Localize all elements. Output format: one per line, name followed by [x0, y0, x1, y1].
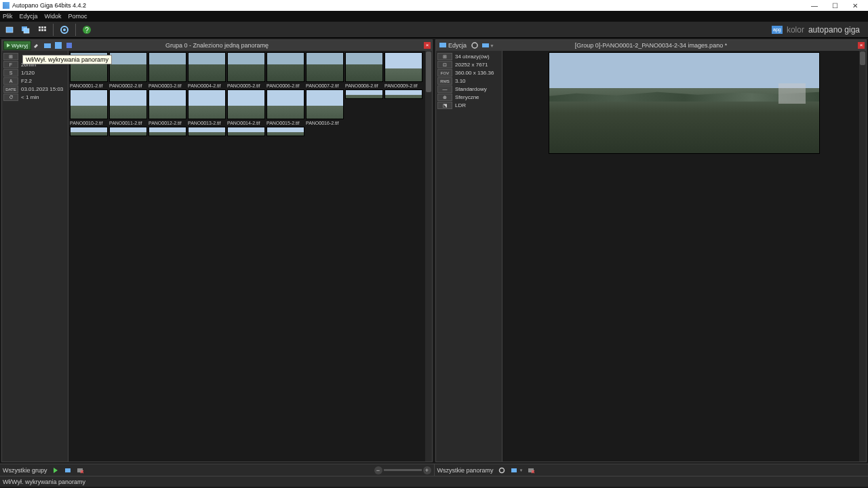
- thumbnail[interactable]: PANO0007-2.tif: [306, 52, 344, 88]
- panorama-preview-image[interactable]: [549, 52, 820, 154]
- thumbnail[interactable]: [384, 89, 422, 125]
- thumbnail[interactable]: PANO0006-2.tif: [267, 52, 304, 88]
- edit-icon-button[interactable]: [438, 41, 448, 50]
- dropdown-icon[interactable]: ▼: [490, 43, 494, 48]
- panorama-close-button[interactable]: ×: [858, 42, 865, 49]
- footer-right: Wszystkie panoramy ▼: [435, 464, 869, 476]
- grid-view-button[interactable]: [35, 23, 49, 37]
- footer-delete2-button[interactable]: [527, 466, 535, 474]
- brand-logo-icon: apg: [772, 26, 783, 34]
- thumbnail[interactable]: [345, 89, 383, 125]
- render-icon: [481, 41, 490, 49]
- thumbnail-label: PANO0010-2.tif: [70, 121, 108, 125]
- svg-rect-18: [482, 43, 489, 47]
- wrench-icon: [33, 41, 41, 49]
- render-icon: [511, 467, 517, 474]
- pmeta-ldr-val: LDR: [455, 102, 466, 108]
- dropdown-icon[interactable]: ▼: [519, 468, 524, 472]
- help-button[interactable]: ?: [80, 23, 94, 37]
- zoom-out-button[interactable]: −: [374, 466, 382, 474]
- render-button[interactable]: [481, 41, 490, 50]
- menu-view[interactable]: Widok: [45, 13, 62, 20]
- menu-file[interactable]: Plik: [3, 13, 13, 20]
- thumbnail[interactable]: [149, 127, 186, 136]
- pmeta-dim-label: ⊡: [437, 61, 452, 68]
- footer-render2-button[interactable]: [510, 466, 518, 474]
- group-metadata-sidebar: ⊞ F26mm S1/120 AF2.2 DATE03.01.2023 15:0…: [2, 51, 68, 462]
- thumbnail[interactable]: PANO0003-2.tif: [149, 52, 186, 88]
- thumbnail[interactable]: PANO0008-2.tif: [345, 52, 383, 88]
- thumbnail[interactable]: PANO0009-2.tif: [384, 52, 422, 88]
- thumbnail[interactable]: [70, 127, 108, 136]
- edit-label[interactable]: Edycja: [448, 42, 467, 49]
- footer-play-button[interactable]: [52, 466, 60, 474]
- group-close-button[interactable]: ×: [424, 42, 431, 49]
- svg-rect-15: [66, 43, 72, 48]
- footer-delete-button[interactable]: [76, 466, 84, 474]
- thumbnail[interactable]: PANO0004-2.tif: [188, 52, 226, 88]
- thumbnail[interactable]: PANO0014-2.tif: [227, 89, 265, 125]
- svg-rect-5: [44, 26, 46, 28]
- svg-rect-16: [439, 43, 446, 47]
- statusbar-text: Wł/Wył. wykrywania panoramy: [3, 479, 85, 485]
- group-panel-header: Wykryj Grupa 0 - Znaleziono jedną panora…: [2, 40, 432, 51]
- save-button[interactable]: [54, 41, 63, 50]
- thumbnail[interactable]: PANO0012-2.tif: [149, 89, 186, 125]
- menu-edit[interactable]: Edycja: [20, 13, 38, 20]
- gear-icon: [471, 41, 479, 49]
- minimize-button[interactable]: —: [804, 0, 825, 11]
- meta-a-val: F2.2: [21, 78, 32, 84]
- plugin-button[interactable]: [64, 41, 74, 50]
- thumbnail[interactable]: PANO0005-2.tif: [227, 52, 265, 88]
- menubar: Plik Edycja Widok Pomoc: [0, 11, 868, 22]
- settings-button[interactable]: [58, 23, 71, 37]
- zoom-in-button[interactable]: +: [423, 466, 431, 474]
- thumbnail[interactable]: [188, 127, 226, 136]
- thumbnail[interactable]: [267, 127, 304, 136]
- thumbnails-scrollbar[interactable]: [425, 51, 432, 462]
- thumbnail[interactable]: PANO0016-2.tif: [306, 89, 344, 125]
- open-folder-button[interactable]: [19, 23, 33, 37]
- footer-render-button[interactable]: [64, 466, 72, 474]
- thumbnail[interactable]: [109, 127, 147, 136]
- panorama-preview-area: [502, 51, 866, 462]
- scrollbar-handle[interactable]: [426, 52, 431, 92]
- svg-rect-6: [39, 29, 41, 31]
- maximize-button[interactable]: ☐: [825, 0, 845, 11]
- close-button[interactable]: ✕: [845, 0, 865, 11]
- menu-help[interactable]: Pomoc: [68, 13, 87, 20]
- thumbnail[interactable]: PANO0002-2.tif: [109, 52, 147, 88]
- thumbnail-image: [188, 89, 226, 119]
- thumbnails-area: PANO0001-2.tifPANO0002-2.tifPANO0003-2.t…: [68, 51, 432, 462]
- footer-settings-button[interactable]: [498, 466, 506, 474]
- wrench-button[interactable]: [32, 41, 41, 50]
- thumbnail-image: [227, 89, 265, 119]
- zoom-track[interactable]: [384, 469, 422, 471]
- scrollbar-handle[interactable]: [860, 52, 865, 65]
- play-icon: [7, 43, 10, 47]
- thumbnail-image: [188, 52, 226, 82]
- thumbnail-image: [149, 127, 186, 136]
- meta-s-val: 1/120: [21, 70, 35, 76]
- preview-scrollbar[interactable]: [859, 51, 866, 462]
- folder-button[interactable]: [43, 41, 52, 50]
- pano-settings-button[interactable]: [470, 41, 479, 50]
- delete-icon: [77, 467, 83, 474]
- gear-icon: [60, 25, 69, 35]
- detect-button[interactable]: Wykryj: [3, 41, 31, 50]
- pmeta-fov-val: 360.00 x 136.36: [455, 70, 494, 76]
- thumbnail-image: [70, 127, 108, 136]
- window-title: Autopano Giga 64bits 4.4.2: [12, 2, 86, 9]
- thumbnail[interactable]: PANO0010-2.tif: [70, 89, 108, 125]
- thumbnail-image: [267, 127, 304, 136]
- pmeta-rms-val: 3.10: [455, 78, 466, 84]
- thumbnail[interactable]: PANO0013-2.tif: [188, 89, 226, 125]
- help-icon: ?: [82, 25, 92, 35]
- thumbnail-label: PANO0004-2.tif: [188, 83, 226, 88]
- thumbnail[interactable]: PANO0011-2.tif: [109, 89, 147, 125]
- thumbnail[interactable]: [227, 127, 265, 136]
- open-images-button[interactable]: [3, 23, 16, 37]
- thumbnail-image: [149, 89, 186, 119]
- meta-s-label: S: [3, 69, 18, 77]
- thumbnail[interactable]: PANO0015-2.tif: [267, 89, 304, 125]
